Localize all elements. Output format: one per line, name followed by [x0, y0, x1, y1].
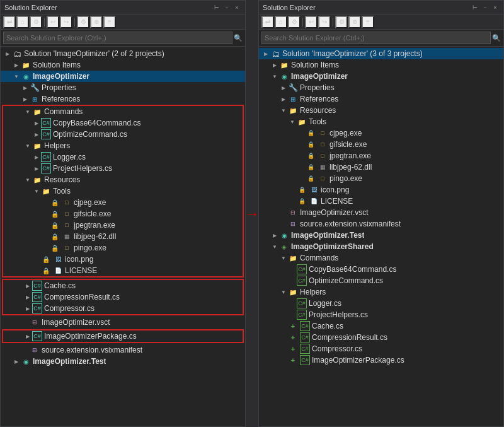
tree-row-compressionresult[interactable]: C# CompressionResult.cs	[3, 291, 243, 303]
sync-btn[interactable]: ⇄	[3, 16, 16, 28]
right-tree-row-iconpng[interactable]: 🔒 🖼 icon.png	[259, 184, 503, 196]
right-tree-row-vsix[interactable]: ⊟ source.extension.vsixmanifest	[259, 218, 503, 230]
right-tree-row-jpegtran[interactable]: 🔒 □ jpegtran.exe	[259, 150, 503, 161]
compressor-arrow[interactable]	[23, 304, 32, 313]
undo-btn[interactable]: ↩	[47, 16, 59, 28]
imgopt-arrow[interactable]	[12, 72, 21, 81]
properties-btn[interactable]: ⚙	[30, 16, 42, 28]
tree-row-jpegtran[interactable]: 🔒 □ jpegtran.exe	[3, 219, 243, 231]
right-close-icon[interactable]: ×	[491, 3, 500, 12]
cache-arrow[interactable]	[23, 281, 32, 290]
right-sync-btn[interactable]: ⇄	[261, 16, 274, 28]
redo-btn[interactable]: ↪	[60, 16, 72, 28]
right-search-input[interactable]	[261, 32, 491, 44]
tree-row-optimizecmd[interactable]: C# OptimizeCommand.cs	[3, 129, 243, 140]
package-arrow[interactable]	[23, 332, 32, 341]
logger-arrow[interactable]	[32, 153, 41, 161]
right-props-arrow[interactable]	[279, 83, 288, 92]
tree-row-solution[interactable]: 🗂 Solution 'ImageOptimizer' (2 of 2 proj…	[1, 48, 245, 59]
tree-row-gifsicle[interactable]: 🔒 □ gifsicle.exe	[3, 208, 243, 219]
tree-row-solution-items[interactable]: 📁 Solution Items	[1, 59, 245, 71]
right-tree-row-copy-s[interactable]: C# CopyBase64Command.cs	[259, 264, 503, 275]
right-tree-row-refs[interactable]: ⊞ References	[259, 93, 503, 105]
left-search-icon[interactable]: 🔍	[234, 34, 243, 42]
right-tree-row-libjpeg[interactable]: 🔒 ▦ libjpeg-62.dll	[259, 161, 503, 173]
right-tree-row-solution[interactable]: 🗂 Solution 'ImageOptimizer' (3 of 3 proj…	[259, 48, 503, 59]
tree-row-helpers[interactable]: 📁 Helpers	[3, 140, 243, 151]
tree-row-license[interactable]: 🔒 📄 LICENSE	[3, 265, 243, 276]
right-tree-row-opt-s[interactable]: C# OptimizeCommand.cs	[259, 275, 503, 286]
right-shared-arrow[interactable]	[270, 242, 279, 251]
right-tree-row-gifsicle[interactable]: 🔒 □ gifsicle.exe	[259, 139, 503, 150]
right-commands-s-arrow[interactable]	[279, 254, 288, 262]
right-tree-row-imgopt[interactable]: ◉ ImageOptimizer	[259, 71, 503, 82]
tree-row-tools[interactable]: 📁 Tools	[3, 185, 243, 197]
right-tree-row-vsct[interactable]: ⊟ ImageOptimizer.vsct	[259, 207, 503, 218]
tree-row-cache[interactable]: C# Cache.cs	[3, 280, 243, 291]
tree-row-pingo[interactable]: 🔒 □ pingo.exe	[3, 242, 243, 254]
tree-row-iconpng[interactable]: 🔒 🖼 icon.png	[3, 254, 243, 265]
test-arrow[interactable]	[12, 357, 21, 366]
right-tree-row-cache-s[interactable]: + C# Cache.cs	[259, 320, 503, 332]
right-git-btn[interactable]: ⊕	[348, 16, 361, 28]
helpers-arrow[interactable]	[23, 141, 32, 150]
tree-row-imageoptimizer[interactable]: ◉ ImageOptimizer	[1, 71, 245, 82]
right-undo-btn[interactable]: ↩	[305, 16, 318, 28]
right-test-arrow[interactable]	[270, 231, 279, 240]
right-filter-btn[interactable]: ≡	[362, 16, 374, 28]
right-tree-row-license[interactable]: 🔒 📄 LICENSE	[259, 196, 503, 207]
right-tree-row-commands-s[interactable]: 📁 Commands	[259, 252, 503, 264]
optimizecmd-arrow[interactable]	[32, 130, 41, 139]
tree-row-package[interactable]: C# ImageOptimizerPackage.cs	[3, 330, 243, 342]
tools-arrow[interactable]	[32, 187, 41, 196]
git-btn[interactable]: ⊕	[90, 16, 103, 28]
right-tools-arrow[interactable]	[288, 117, 297, 126]
close-icon[interactable]: ×	[232, 3, 241, 12]
right-tree-row-helpers-s[interactable]: 📁 Helpers	[259, 286, 503, 298]
right-tree-row-test[interactable]: ◉ ImageOptimizer.Test	[259, 230, 503, 241]
tree-row-logger[interactable]: C# Logger.cs	[3, 151, 243, 163]
home-btn[interactable]: ⌂	[16, 16, 29, 28]
right-tree-row-compressionresult-s[interactable]: + C# CompressionResult.cs	[259, 332, 503, 343]
right-tree-row-props[interactable]: 🔧 Properties	[259, 82, 503, 93]
right-tree-row-projh-s[interactable]: C# ProjectHelpers.cs	[259, 309, 503, 320]
right-home-btn[interactable]: ⌂	[275, 16, 287, 28]
tree-row-libjpeg[interactable]: 🔒 ▦ libjpeg-62.dll	[3, 231, 243, 242]
right-pin-icon[interactable]: ⊢	[471, 3, 479, 12]
right-tree-row-compressor-s[interactable]: + C# Compressor.cs	[259, 343, 503, 354]
right-tree-row-shared[interactable]: ◈ ImageOptimizerShared	[259, 241, 503, 252]
right-refs-arrow[interactable]	[279, 95, 288, 103]
tree-row-projhelpers[interactable]: C# ProjectHelpers.cs	[3, 163, 243, 174]
pin-icon[interactable]: ⊢	[212, 3, 221, 12]
tree-row-references[interactable]: ⊞ References	[1, 93, 245, 105]
tree-row-commands[interactable]: 📁 Commands	[3, 106, 243, 117]
settings-btn[interactable]: ⚙	[77, 16, 89, 28]
props-arrow[interactable]	[21, 83, 30, 92]
right-solitems-arrow[interactable]	[270, 61, 279, 69]
compressionresult-arrow[interactable]	[23, 293, 32, 301]
right-tree-row-pingo[interactable]: 🔒 □ pingo.exe	[259, 173, 503, 184]
tree-row-cjpeg[interactable]: 🔒 □ cjpeg.exe	[3, 197, 243, 208]
tree-row-properties[interactable]: 🔧 Properties	[1, 82, 245, 93]
tree-row-test[interactable]: ◉ ImageOptimizer.Test	[1, 356, 245, 367]
copybase64-arrow[interactable]	[32, 119, 41, 127]
collapse-icon[interactable]: −	[222, 3, 231, 12]
refs-arrow[interactable]	[21, 95, 30, 103]
right-tree-row-logger-s[interactable]: C# Logger.cs	[259, 298, 503, 309]
tree-row-vsct[interactable]: ⊟ ImageOptimizer.vsct	[1, 317, 245, 328]
commands-arrow[interactable]	[23, 107, 32, 116]
left-search-input[interactable]	[3, 32, 232, 44]
right-tree-row-package-s[interactable]: + C# ImageOptimizerPackage.cs	[259, 354, 503, 366]
right-settings-btn[interactable]: ⚙	[335, 16, 348, 28]
filter-btn[interactable]: ≡	[103, 16, 116, 28]
right-collapse-icon[interactable]: −	[481, 3, 490, 12]
right-solution-arrow[interactable]	[261, 49, 270, 58]
projhelpers-arrow[interactable]	[32, 164, 41, 173]
right-tree-row-resources[interactable]: 📁 Resources	[259, 105, 503, 116]
right-helpers-s-arrow[interactable]	[279, 288, 288, 296]
right-tree-row-cjpeg[interactable]: 🔒 □ cjpeg.exe	[259, 127, 503, 139]
right-redo-btn[interactable]: ↪	[318, 16, 331, 28]
resources-arrow[interactable]	[23, 175, 32, 184]
tree-row-vsix[interactable]: ⊟ source.extension.vsixmanifest	[1, 344, 245, 356]
tree-row-resources[interactable]: 📁 Resources	[3, 174, 243, 185]
